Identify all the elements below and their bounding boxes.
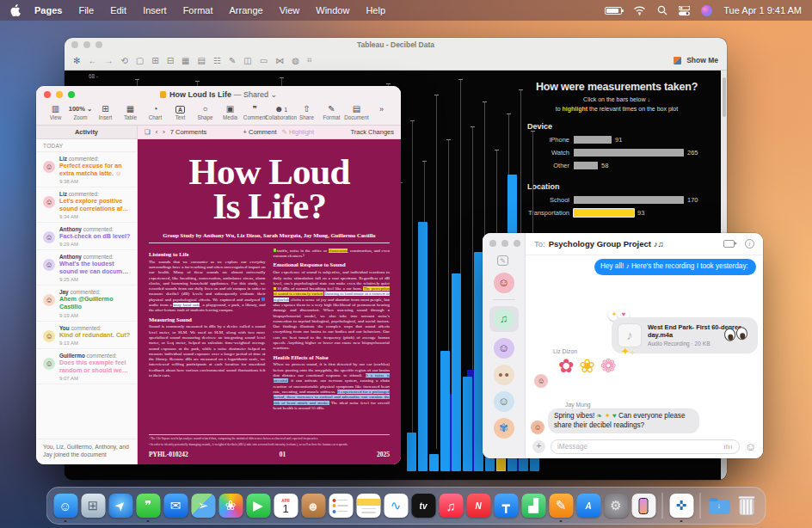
toolbar-icon[interactable]: ⋈ — [275, 56, 284, 65]
search-icon[interactable] — [657, 5, 667, 15]
prev-comment-button[interactable]: ‹ — [156, 128, 158, 136]
toolbar-icon[interactable]: → — [104, 56, 113, 65]
dock-icon-launchpad[interactable]: ⊞ — [81, 494, 106, 518]
track-changes-button[interactable]: Track Changes — [350, 128, 394, 136]
toolbar-item-share[interactable]: ⇧Share — [294, 104, 319, 120]
wifi-icon[interactable] — [633, 6, 646, 15]
dock-icon-facetime[interactable]: ▶ — [246, 494, 271, 518]
dock-icon-finder[interactable]: ☺ — [53, 494, 78, 518]
toolbar-icon[interactable]: ☷ — [213, 56, 221, 65]
emoji-picker-icon[interactable]: ☺ — [745, 440, 756, 453]
toolbar-icon[interactable]: ⟲ — [120, 56, 127, 65]
menu-item-file[interactable]: File — [78, 5, 94, 15]
toolbar-item-chart[interactable]: ◔Chart — [143, 104, 168, 120]
message-bubble-sent[interactable]: Hey all! ♪ Here's the recording I took y… — [594, 259, 756, 275]
highlight-button[interactable]: ✎ Highlight — [282, 128, 315, 136]
menu-item-help[interactable]: Help — [366, 5, 385, 15]
panel-bar-iphone[interactable] — [574, 136, 612, 144]
add-comment-button[interactable]: + Comment — [243, 128, 277, 136]
toolbar-item-document[interactable]: ▤Document — [344, 104, 369, 120]
dock-icon-calendar[interactable]: APR1 — [274, 494, 298, 518]
toolbar-icon[interactable]: ◫ — [243, 56, 251, 65]
toolbar-item-format[interactable]: ✎Format — [319, 104, 344, 120]
plus-button[interactable]: + — [532, 440, 545, 453]
dock-icon-keynote[interactable]: ┳ — [494, 494, 519, 518]
document-page[interactable]: How LoudIs Life? Group Study by Anthony … — [138, 139, 401, 464]
conversation-avatar-selected[interactable]: ♫ — [489, 306, 519, 332]
comment-item[interactable]: ☺Anthony commented:Fact-check on dB leve… — [36, 223, 137, 250]
dock-icon-news[interactable]: N — [466, 494, 491, 518]
toolbar-icon[interactable]: ← — [88, 56, 96, 65]
dock-icon-contacts[interactable]: ☻ — [301, 494, 326, 518]
dock-icon-notes[interactable] — [356, 494, 381, 518]
dock-icon-freeform[interactable]: ∿ — [384, 494, 409, 518]
conversation-avatar[interactable]: ☺ — [494, 391, 514, 412]
compose-button[interactable]: ✎ — [497, 255, 508, 266]
dock-icon-reminders[interactable] — [329, 494, 354, 518]
menu-item-view[interactable]: View — [280, 5, 300, 15]
control-center-icon[interactable] — [679, 6, 690, 15]
siri-icon[interactable] — [701, 5, 712, 16]
dock-icon-photos[interactable]: ❀ — [218, 494, 243, 518]
toolbar-icon[interactable]: ⊞ — [151, 56, 158, 65]
comment-item[interactable]: ☺Guillermo commented:Does this example f… — [36, 349, 137, 384]
conversation-avatar[interactable]: ✾ — [494, 418, 514, 439]
comment-item[interactable]: ☺Jay commented:Ahem @Guillermo Castillo9… — [36, 285, 137, 321]
show-me-button[interactable]: Show Me — [674, 56, 718, 64]
dock-icon-messages[interactable]: ❞ — [136, 494, 161, 518]
comment-item[interactable]: ☺Liz commented:Let's explore positive so… — [36, 187, 137, 223]
dock-icon-mail[interactable]: ✉ — [163, 494, 188, 518]
menu-bar-clock[interactable]: Tue Apr 1 9:41 AM — [723, 5, 802, 15]
toolbar-item-collaboration[interactable]: ☻1Collaboration — [268, 104, 294, 120]
battery-icon[interactable] — [605, 7, 622, 15]
toolbar-item-comment[interactable]: ❞Comment — [243, 104, 268, 120]
menu-item-window[interactable]: Window — [316, 5, 349, 15]
boxplot-bar[interactable] — [440, 351, 450, 471]
apple-menu-icon[interactable] — [10, 4, 22, 16]
audio-wave-icon[interactable]: ılıı — [723, 443, 732, 451]
panel-bar-watch[interactable] — [574, 149, 684, 157]
toolbar-icon[interactable]: ▭ — [260, 56, 268, 65]
boxplot-bar[interactable] — [418, 222, 428, 471]
dock-icon-settings[interactable]: ⚙ — [604, 494, 629, 518]
dock-icon-tv[interactable]: tv — [411, 494, 436, 518]
dock-icon-downloads[interactable] — [707, 494, 732, 518]
comment-item[interactable]: ☺You commented:Kind of redundant. Cut?9:… — [36, 322, 137, 349]
toolbar-item-table[interactable]: ▦Table — [118, 104, 143, 120]
comment-item[interactable]: ☺Anthony commented:What's the loudest so… — [36, 250, 137, 285]
toolbar-icon[interactable]: ▦ — [181, 56, 189, 65]
imessage-input[interactable]: iMessage ılıı — [551, 439, 740, 454]
conversation-avatar[interactable]: ☺ — [494, 338, 514, 359]
message-bubble-received[interactable]: Spring vibes! ❧ ✦ ♥ Can everyone please … — [548, 408, 699, 433]
toolbar-more-button[interactable]: » — [369, 104, 394, 114]
toolbar-item-media[interactable]: ▣Media — [218, 104, 243, 120]
toolbar-icon[interactable]: ◍ — [292, 56, 299, 65]
boxplot-bar[interactable] — [452, 273, 461, 471]
toolbar-icon[interactable]: ⌗ — [307, 55, 312, 65]
dock-icon-iphone[interactable] — [631, 494, 656, 518]
panel-bar-transportation[interactable] — [574, 209, 634, 217]
dock-icon-pages[interactable]: ✎ — [549, 494, 574, 518]
dock-icon-appstore[interactable]: A — [576, 494, 601, 518]
dock-icon-safari[interactable]: ➤ — [108, 494, 133, 518]
toolbar-item-view[interactable]: ▥View — [43, 104, 68, 120]
dock-icon-music[interactable]: ♫ — [439, 494, 464, 518]
menu-item-arrange[interactable]: Arrange — [229, 5, 262, 15]
dock-icon-maps[interactable]: ➢ — [191, 494, 216, 518]
toolbar-icon[interactable]: ▤ — [197, 56, 205, 65]
conversation-avatar[interactable]: ☻☻ — [494, 365, 514, 385]
toolbar-icon[interactable]: ▢ — [136, 56, 144, 65]
info-icon[interactable]: i — [745, 239, 754, 249]
toolbar-icon[interactable]: ✎ — [229, 56, 236, 65]
panel-bar-school[interactable] — [574, 196, 684, 204]
dock-icon-numbers[interactable]: ▟ — [521, 494, 546, 518]
comment-item[interactable]: ☺Liz commented:Perfect excuse for an ext… — [36, 152, 137, 187]
menu-item-edit[interactable]: Edit — [110, 5, 126, 15]
boxplot-bar[interactable] — [407, 433, 416, 471]
toolbar-item-zoom[interactable]: 100% ⌄Zoom — [68, 104, 93, 120]
toolbar-item-text[interactable]: AText — [168, 104, 193, 120]
next-comment-button[interactable]: › — [163, 128, 165, 136]
conversation-avatar[interactable]: ☺ — [494, 273, 514, 293]
menu-item-insert[interactable]: Insert — [143, 5, 167, 15]
toolbar-item-insert[interactable]: ⊞Insert — [93, 104, 118, 120]
